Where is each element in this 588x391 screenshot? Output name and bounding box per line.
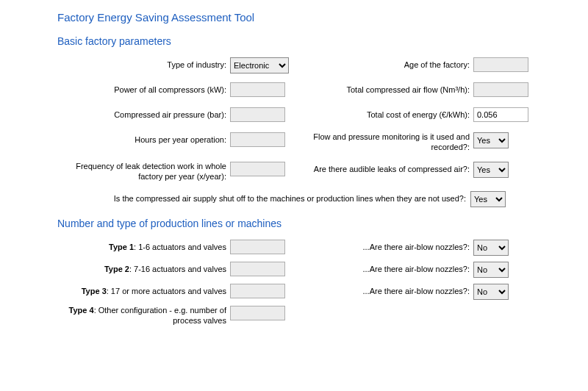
- flow-label: Total compressed air flow (Nm³/h):: [301, 82, 473, 98]
- hours-input[interactable]: [230, 132, 285, 147]
- row-power-flow: Power of all compressors (kW): Total com…: [57, 82, 544, 98]
- type3-nozzle-select[interactable]: No: [473, 284, 509, 300]
- row-type2: Type 2: 7-16 actuators and valves ...Are…: [57, 262, 544, 278]
- pressure-label: Compressed air pressure (bar):: [57, 107, 230, 123]
- type2-label: Type 2: 7-16 actuators and valves: [57, 262, 230, 278]
- type3-input[interactable]: [230, 284, 285, 298]
- row-industry-age: Type of industry: Electronic Age of the …: [57, 57, 544, 73]
- flow-input[interactable]: [473, 82, 528, 97]
- age-label: Age of the factory:: [301, 57, 473, 73]
- audible-label: Are there audible leaks of compressed ai…: [301, 162, 473, 178]
- row-type3: Type 3: 17 or more actuators and valves …: [57, 284, 544, 300]
- type3-label: Type 3: 17 or more actuators and valves: [57, 284, 230, 300]
- leakfreq-input[interactable]: [230, 162, 285, 176]
- type1-input[interactable]: [230, 240, 285, 254]
- shutoff-select[interactable]: Yes: [470, 191, 506, 207]
- leakfreq-label: Frequency of leak detection work in whol…: [57, 162, 230, 182]
- type2-nozzle-select[interactable]: No: [473, 262, 509, 278]
- pressure-input[interactable]: [230, 107, 285, 122]
- age-input[interactable]: [473, 57, 528, 72]
- type3-nozzle-label: ...Are there air-blow nozzles?:: [301, 284, 473, 300]
- row-hours-monitoring: Hours per year operation: Flow and press…: [57, 132, 544, 153]
- type1-label: Type 1: 1-6 actuators and valves: [57, 240, 230, 256]
- section-header-lines: Number and type of production lines or m…: [57, 218, 544, 229]
- row-pressure-cost: Compressed air pressure (bar): Total cos…: [57, 107, 544, 123]
- industry-label: Type of industry:: [57, 57, 230, 73]
- type2-input[interactable]: [230, 262, 285, 276]
- industry-select[interactable]: Electronic: [230, 57, 289, 73]
- power-input[interactable]: [230, 82, 285, 97]
- type4-input[interactable]: [230, 306, 285, 320]
- cost-input[interactable]: [473, 107, 528, 122]
- type1-nozzle-select[interactable]: No: [473, 240, 509, 256]
- type2-nozzle-label: ...Are there air-blow nozzles?:: [301, 262, 473, 278]
- monitoring-select[interactable]: Yes: [473, 132, 509, 148]
- type1-nozzle-label: ...Are there air-blow nozzles?:: [301, 240, 473, 256]
- hours-label: Hours per year operation:: [57, 132, 230, 148]
- row-type4: Type 4: Other configuration - e.g. numbe…: [57, 306, 544, 326]
- row-type1: Type 1: 1-6 actuators and valves ...Are …: [57, 240, 544, 256]
- row-leakfreq-audible: Frequency of leak detection work in whol…: [57, 162, 544, 182]
- section-header-basic: Basic factory parameters: [57, 35, 544, 47]
- audible-select[interactable]: Yes: [473, 162, 509, 178]
- page-title: Factory Energy Saving Assessment Tool: [57, 11, 544, 24]
- type4-label: Type 4: Other configuration - e.g. numbe…: [57, 306, 230, 326]
- cost-label: Total cost of energy (€/kWh):: [301, 107, 473, 123]
- shutoff-label: Is the compressed air supply shut off to…: [57, 191, 470, 207]
- power-label: Power of all compressors (kW):: [57, 82, 230, 98]
- row-shutoff: Is the compressed air supply shut off to…: [57, 191, 544, 207]
- monitoring-label: Flow and pressure monitoring is it used …: [301, 132, 473, 153]
